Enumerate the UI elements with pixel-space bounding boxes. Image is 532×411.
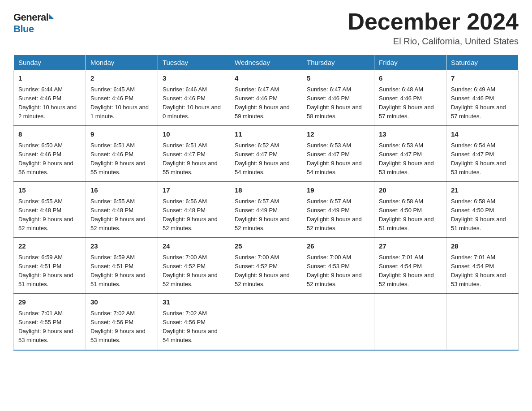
calendar-cell: 23Sunrise: 6:59 AMSunset: 4:51 PMDayligh… [86, 238, 158, 294]
day-number: 15 [18, 185, 81, 196]
day-number: 24 [163, 241, 225, 252]
day-info: Sunrise: 7:01 AMSunset: 4:55 PMDaylight:… [18, 309, 81, 345]
calendar-week-row: 1Sunrise: 6:44 AMSunset: 4:46 PMDaylight… [14, 70, 519, 126]
day-info: Sunrise: 6:59 AMSunset: 4:51 PMDaylight:… [90, 253, 153, 289]
day-info: Sunrise: 6:58 AMSunset: 4:50 PMDaylight:… [379, 197, 442, 233]
day-info: Sunrise: 7:02 AMSunset: 4:56 PMDaylight:… [90, 309, 153, 345]
calendar-location: El Rio, California, United States [348, 36, 519, 47]
calendar-cell: 11Sunrise: 6:52 AMSunset: 4:47 PMDayligh… [230, 126, 302, 182]
calendar-cell: 17Sunrise: 6:56 AMSunset: 4:48 PMDayligh… [158, 182, 230, 238]
calendar-cell: 24Sunrise: 7:00 AMSunset: 4:52 PMDayligh… [158, 238, 230, 294]
col-wednesday: Wednesday [230, 55, 302, 70]
calendar-cell: 8Sunrise: 6:50 AMSunset: 4:46 PMDaylight… [14, 126, 86, 182]
day-number: 28 [451, 241, 514, 252]
day-info: Sunrise: 6:53 AMSunset: 4:47 PMDaylight:… [379, 141, 442, 177]
logo-text-blue: Blue [13, 23, 34, 35]
day-number: 12 [307, 129, 369, 140]
calendar-cell: 9Sunrise: 6:51 AMSunset: 4:46 PMDaylight… [86, 126, 158, 182]
day-number: 10 [163, 129, 225, 140]
day-info: Sunrise: 6:50 AMSunset: 4:46 PMDaylight:… [18, 141, 81, 177]
day-info: Sunrise: 6:53 AMSunset: 4:47 PMDaylight:… [307, 141, 369, 177]
day-info: Sunrise: 6:56 AMSunset: 4:48 PMDaylight:… [163, 197, 225, 233]
day-number: 5 [307, 73, 369, 84]
day-number: 25 [235, 241, 297, 252]
calendar-cell: 3Sunrise: 6:46 AMSunset: 4:46 PMDaylight… [158, 70, 230, 126]
calendar-cell: 14Sunrise: 6:54 AMSunset: 4:47 PMDayligh… [446, 126, 519, 182]
logo-text-general: General [13, 12, 48, 23]
calendar-cell: 16Sunrise: 6:55 AMSunset: 4:48 PMDayligh… [86, 182, 158, 238]
day-number: 20 [379, 185, 442, 196]
calendar-cell: 2Sunrise: 6:45 AMSunset: 4:46 PMDaylight… [86, 70, 158, 126]
day-info: Sunrise: 6:47 AMSunset: 4:46 PMDaylight:… [307, 85, 369, 121]
calendar-cell [374, 294, 446, 350]
day-number: 4 [235, 73, 297, 84]
day-info: Sunrise: 6:44 AMSunset: 4:46 PMDaylight:… [18, 85, 81, 121]
day-info: Sunrise: 6:55 AMSunset: 4:48 PMDaylight:… [18, 197, 81, 233]
calendar-cell: 13Sunrise: 6:53 AMSunset: 4:47 PMDayligh… [374, 126, 446, 182]
day-number: 29 [18, 297, 81, 308]
calendar-cell: 22Sunrise: 6:59 AMSunset: 4:51 PMDayligh… [14, 238, 86, 294]
calendar-table: Sunday Monday Tuesday Wednesday Thursday… [13, 55, 519, 350]
day-number: 22 [18, 241, 81, 252]
day-info: Sunrise: 7:00 AMSunset: 4:53 PMDaylight:… [307, 253, 369, 289]
calendar-cell: 1Sunrise: 6:44 AMSunset: 4:46 PMDaylight… [14, 70, 86, 126]
day-number: 8 [18, 129, 81, 140]
calendar-title: December 2024 [348, 9, 519, 34]
calendar-cell: 18Sunrise: 6:57 AMSunset: 4:49 PMDayligh… [230, 182, 302, 238]
day-info: Sunrise: 7:01 AMSunset: 4:54 PMDaylight:… [451, 253, 514, 289]
calendar-cell: 4Sunrise: 6:47 AMSunset: 4:46 PMDaylight… [230, 70, 302, 126]
day-number: 23 [90, 241, 153, 252]
page-header: General Blue December 2024 El Rio, Calif… [13, 9, 519, 47]
calendar-cell: 30Sunrise: 7:02 AMSunset: 4:56 PMDayligh… [86, 294, 158, 350]
calendar-cell: 28Sunrise: 7:01 AMSunset: 4:54 PMDayligh… [446, 238, 519, 294]
calendar-cell [446, 294, 519, 350]
calendar-cell: 27Sunrise: 7:01 AMSunset: 4:54 PMDayligh… [374, 238, 446, 294]
logo: General Blue [13, 12, 54, 35]
day-number: 2 [90, 73, 153, 84]
day-number: 27 [379, 241, 442, 252]
day-number: 14 [451, 129, 514, 140]
calendar-cell: 26Sunrise: 7:00 AMSunset: 4:53 PMDayligh… [302, 238, 374, 294]
day-number: 31 [163, 297, 225, 308]
day-number: 21 [451, 185, 514, 196]
calendar-cell: 6Sunrise: 6:48 AMSunset: 4:46 PMDaylight… [374, 70, 446, 126]
day-info: Sunrise: 6:52 AMSunset: 4:47 PMDaylight:… [235, 141, 297, 177]
day-info: Sunrise: 6:48 AMSunset: 4:46 PMDaylight:… [379, 85, 442, 121]
day-number: 3 [163, 73, 225, 84]
title-block: December 2024 El Rio, California, United… [348, 9, 519, 47]
calendar-week-row: 29Sunrise: 7:01 AMSunset: 4:55 PMDayligh… [14, 294, 519, 350]
calendar-cell: 15Sunrise: 6:55 AMSunset: 4:48 PMDayligh… [14, 182, 86, 238]
calendar-week-row: 8Sunrise: 6:50 AMSunset: 4:46 PMDaylight… [14, 126, 519, 182]
col-friday: Friday [374, 55, 446, 70]
calendar-week-row: 15Sunrise: 6:55 AMSunset: 4:48 PMDayligh… [14, 182, 519, 238]
day-number: 1 [18, 73, 81, 84]
col-thursday: Thursday [302, 55, 374, 70]
day-number: 17 [163, 185, 225, 196]
calendar-week-row: 22Sunrise: 6:59 AMSunset: 4:51 PMDayligh… [14, 238, 519, 294]
day-info: Sunrise: 6:45 AMSunset: 4:46 PMDaylight:… [90, 85, 153, 121]
day-info: Sunrise: 6:55 AMSunset: 4:48 PMDaylight:… [90, 197, 153, 233]
day-number: 19 [307, 185, 369, 196]
day-number: 9 [90, 129, 153, 140]
calendar-cell [302, 294, 374, 350]
calendar-cell [230, 294, 302, 350]
day-info: Sunrise: 6:51 AMSunset: 4:47 PMDaylight:… [163, 141, 225, 177]
day-number: 16 [90, 185, 153, 196]
calendar-cell: 19Sunrise: 6:57 AMSunset: 4:49 PMDayligh… [302, 182, 374, 238]
day-info: Sunrise: 6:51 AMSunset: 4:46 PMDaylight:… [90, 141, 153, 177]
day-number: 26 [307, 241, 369, 252]
day-number: 13 [379, 129, 442, 140]
calendar-cell: 20Sunrise: 6:58 AMSunset: 4:50 PMDayligh… [374, 182, 446, 238]
day-info: Sunrise: 7:02 AMSunset: 4:56 PMDaylight:… [163, 309, 225, 345]
day-info: Sunrise: 6:57 AMSunset: 4:49 PMDaylight:… [235, 197, 297, 233]
day-number: 6 [379, 73, 442, 84]
day-info: Sunrise: 7:01 AMSunset: 4:54 PMDaylight:… [379, 253, 442, 289]
calendar-cell: 25Sunrise: 7:00 AMSunset: 4:52 PMDayligh… [230, 238, 302, 294]
calendar-cell: 12Sunrise: 6:53 AMSunset: 4:47 PMDayligh… [302, 126, 374, 182]
day-info: Sunrise: 6:54 AMSunset: 4:47 PMDaylight:… [451, 141, 514, 177]
calendar-cell: 7Sunrise: 6:49 AMSunset: 4:46 PMDaylight… [446, 70, 519, 126]
day-info: Sunrise: 7:00 AMSunset: 4:52 PMDaylight:… [163, 253, 225, 289]
calendar-cell: 31Sunrise: 7:02 AMSunset: 4:56 PMDayligh… [158, 294, 230, 350]
day-number: 7 [451, 73, 514, 84]
col-sunday: Sunday [14, 55, 86, 70]
